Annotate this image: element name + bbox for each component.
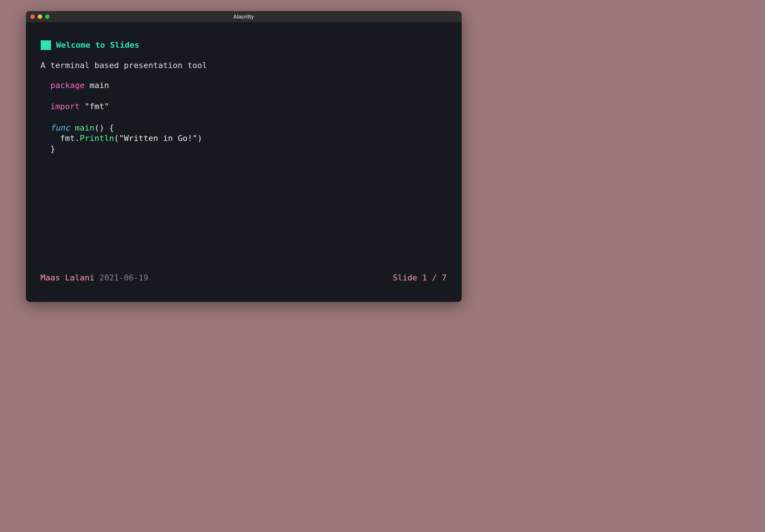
- code-indent: [50, 134, 60, 143]
- slide-content: Welcome to Slides A terminal based prese…: [41, 40, 447, 273]
- terminal-window: Alacritty Welcome to Slides A terminal b…: [26, 11, 462, 302]
- import-string: "fmt": [85, 102, 109, 111]
- close-icon[interactable]: [30, 14, 35, 19]
- author-name: Maas Lalani: [41, 273, 95, 282]
- minimize-icon[interactable]: [38, 14, 42, 19]
- call-open: (: [114, 134, 119, 143]
- slide-subtitle: A terminal based presentation tool: [41, 60, 447, 71]
- slide-counter: Slide 1 / 7: [393, 273, 447, 283]
- status-bar: Maas Lalani 2021-06-19 Slide 1 / 7: [41, 273, 447, 291]
- zoom-icon[interactable]: [45, 14, 50, 19]
- package-name: main: [90, 81, 109, 90]
- titlebar: Alacritty: [26, 11, 462, 22]
- keyword-import: import: [50, 102, 80, 111]
- string-literal: "Written in Go!": [119, 134, 197, 143]
- code-block: package main import "fmt" func main() { …: [41, 80, 447, 154]
- terminal-viewport[interactable]: Welcome to Slides A terminal based prese…: [26, 22, 462, 302]
- slide-heading: Welcome to Slides: [56, 40, 139, 51]
- slide-date: 2021-06-19: [99, 273, 148, 282]
- status-left: Maas Lalani 2021-06-19: [41, 273, 148, 283]
- func-signature: () {: [94, 123, 114, 132]
- slide-heading-line: Welcome to Slides: [41, 40, 447, 51]
- keyword-func: func: [50, 123, 70, 132]
- fmt-object: fmt: [60, 134, 75, 143]
- dot: .: [75, 134, 80, 143]
- func-name: main: [75, 123, 94, 132]
- traffic-lights: [26, 14, 50, 19]
- cursor-block-icon: [41, 40, 51, 50]
- brace-close: }: [50, 144, 55, 154]
- window-title: Alacritty: [233, 14, 254, 20]
- method-name: Println: [80, 134, 114, 143]
- call-close: ): [197, 134, 202, 143]
- keyword-package: package: [50, 81, 85, 90]
